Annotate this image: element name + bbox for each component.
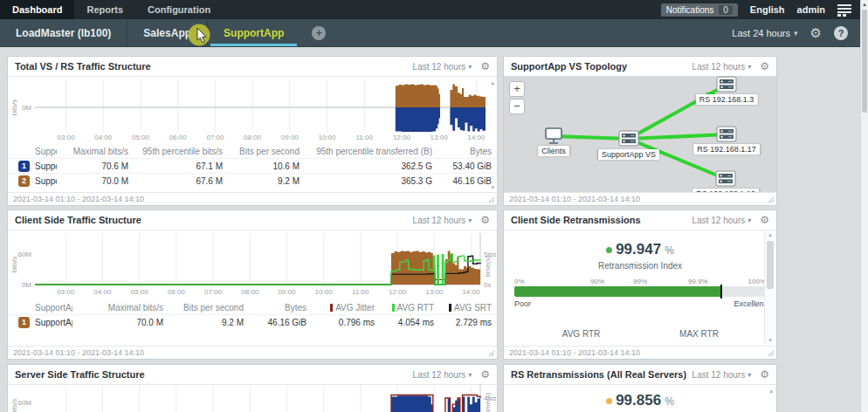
cell-value: 70.0 M <box>72 318 169 327</box>
panel-server-traffic: Server Side Traffic Structure Last 12 ho… <box>7 364 498 412</box>
time-range-select[interactable]: Last 12 hours▾ <box>692 216 752 225</box>
legend-marker <box>449 304 451 312</box>
nav-tab-reports[interactable]: Reports <box>74 0 135 19</box>
gauge-scale: 0%90%99%99.9%100% <box>514 278 766 286</box>
svg-text:0s: 0s <box>484 281 491 289</box>
table-row[interactable]: 2SupportApp: Client Side Traffic 70.0 M … <box>8 173 497 188</box>
top-navbar: Dashboard Reports Configuration Notifica… <box>0 0 860 19</box>
nav-tab-dashboard[interactable]: Dashboard <box>0 0 74 19</box>
zoom-out-button[interactable]: − <box>509 99 525 114</box>
svg-text:12:00: 12:00 <box>393 134 411 141</box>
topology-node-label-vs[interactable]: SupportApp VS <box>598 149 659 160</box>
gauge-tick-label: 99% <box>633 278 647 285</box>
status-dot <box>606 247 612 253</box>
table-name-header: SupportApp: All Clients <> 192.168.1.202 <box>8 303 72 312</box>
svg-text:12:00: 12:00 <box>389 288 407 296</box>
panel-client-retransmissions: Client Side Retransmissions Last 12 hour… <box>503 209 777 360</box>
status-dot <box>606 398 612 404</box>
topology-node-label-rs2[interactable]: RS 192.168.1.17 <box>693 144 760 154</box>
column-header: 95th percentile bits/s <box>134 147 228 156</box>
retransmission-index-label: Retransmission Index <box>504 261 776 271</box>
gauge-tick-label: 0% <box>514 278 525 285</box>
topology-node-label-rs1[interactable]: RS 192.168.1.3 <box>696 94 758 105</box>
gear-icon[interactable]: ⚙ <box>480 214 490 226</box>
time-range-select[interactable]: Last 12 hours▾ <box>413 370 472 380</box>
client-traffic-table: SupportApp: All Clients <> 192.168.1.202… <box>8 301 497 329</box>
cell-value: 46.16 GiB <box>437 176 497 186</box>
rs1-node-icon[interactable] <box>717 77 736 92</box>
panel-footer: 2021-03-14 01:10 - 2021-03-14 14:10 <box>8 192 497 205</box>
add-tab-icon[interactable]: + <box>312 26 326 40</box>
panel-date-range: 2021-03-14 01:10 - 2021-03-14 14:10 <box>509 348 640 357</box>
language-selector[interactable]: English <box>750 4 785 15</box>
scroll-up-icon[interactable]: ▴ <box>861 0 868 9</box>
series-badge: 1 <box>18 161 30 172</box>
resize-handle[interactable] <box>768 196 775 203</box>
chevron-down-icon: ▾ <box>794 29 798 38</box>
svg-text:09:00: 09:00 <box>278 288 296 296</box>
scroll-down-icon[interactable]: ▾ <box>765 337 775 344</box>
retransmission-index-value: 99.947 <box>616 241 661 258</box>
cell-value: 0.796 ms <box>312 318 380 327</box>
resize-handle[interactable] <box>488 350 495 357</box>
vs-node-icon[interactable] <box>619 131 638 146</box>
time-range-select[interactable]: Last 12 hours▾ <box>692 370 752 380</box>
table-row[interactable]: 1SupportApp: Client Side Traffic 70.0 M … <box>8 314 497 329</box>
gear-icon[interactable]: ⚙ <box>760 368 769 381</box>
scrollbar-thumb[interactable] <box>862 10 867 113</box>
series-label: SupportApp: Client Side Traffic <box>35 318 72 327</box>
svg-text:09:00: 09:00 <box>281 134 300 141</box>
vs-tab-loadmaster[interactable]: LoadMaster (lb100) <box>0 19 127 46</box>
scroll-up-icon[interactable]: ▴ <box>769 388 773 394</box>
cell-value: 9.2 M <box>228 176 305 186</box>
gear-icon[interactable]: ⚙ <box>810 25 822 41</box>
chevron-down-icon: ▾ <box>747 63 751 71</box>
time-range-select[interactable]: Last 12 hours▾ <box>692 62 752 72</box>
time-range-select[interactable]: Last 12 hours▾ <box>413 216 472 225</box>
column-header: Maximal bits/s <box>57 147 134 156</box>
gear-icon[interactable]: ⚙ <box>480 368 490 381</box>
scroll-up-icon[interactable]: ▴ <box>491 79 494 86</box>
topology-node-label-clients[interactable]: Clients <box>538 146 569 156</box>
svg-text:06:00: 06:00 <box>169 134 188 141</box>
cell-value: 46.16 GiB <box>249 318 312 327</box>
panel-scrollbar[interactable]: ▴ ▾ <box>764 230 775 345</box>
nav-tab-configuration[interactable]: Configuration <box>135 0 223 19</box>
gear-icon[interactable]: ⚙ <box>760 214 769 226</box>
time-range-select[interactable]: Last 12 hours▾ <box>413 62 472 72</box>
cell-value: 365.3 G <box>305 176 437 186</box>
svg-text:05:00: 05:00 <box>132 134 150 141</box>
scrollbar-thumb[interactable] <box>767 241 774 289</box>
clients-node-icon[interactable] <box>546 128 561 143</box>
user-menu[interactable]: admin <box>797 4 825 15</box>
gauge-tick-label: 90% <box>590 278 604 285</box>
panel-title: Client Side Traffic Structure <box>15 215 141 225</box>
panel-date-range: 2021-03-14 01:10 - 2021-03-14 14:10 <box>13 195 144 203</box>
table-header-row: SupportApp: All Clients <> 192.168.1.202… <box>8 301 497 314</box>
notifications-count-badge: 0 <box>719 5 733 15</box>
series-badge: 2 <box>18 175 30 187</box>
notifications-button[interactable]: Notifications 0 <box>661 3 738 17</box>
scroll-up-icon[interactable]: ▴ <box>765 231 775 238</box>
table-row[interactable]: 1SupportApp: Server Side Traffic 70.6 M … <box>8 158 497 173</box>
panel-client-traffic: Client Side Traffic Structure Last 12 ho… <box>7 209 498 360</box>
retransmission-index-unit: % <box>665 395 674 408</box>
page-scrollbar[interactable]: ▴ <box>860 0 868 412</box>
menu-icon[interactable] <box>837 3 851 17</box>
rs3-node-icon[interactable] <box>716 171 735 186</box>
stat-label: MAX RTR <box>640 320 758 339</box>
global-time-range-select[interactable]: Last 24 hours ▾ <box>732 28 797 38</box>
resize-handle[interactable] <box>768 350 775 357</box>
rs2-node-icon[interactable] <box>717 127 736 141</box>
vs-tab-supportapp[interactable]: SupportApp <box>207 19 300 46</box>
vs-tab-salesapp[interactable]: SalesApp <box>127 19 207 46</box>
help-icon[interactable]: ? <box>834 26 848 40</box>
zoom-in-button[interactable]: + <box>509 81 525 97</box>
topology-canvas[interactable]: Clients SupportApp VS RS 192.168.1.3 RS … <box>504 76 776 192</box>
cell-value: 70.0 M <box>57 176 134 186</box>
gear-icon[interactable]: ⚙ <box>480 60 490 72</box>
resize-handle[interactable] <box>488 196 495 203</box>
svg-text:60M: 60M <box>17 399 31 407</box>
gauge-marker <box>720 285 722 299</box>
gear-icon[interactable]: ⚙ <box>760 60 769 72</box>
